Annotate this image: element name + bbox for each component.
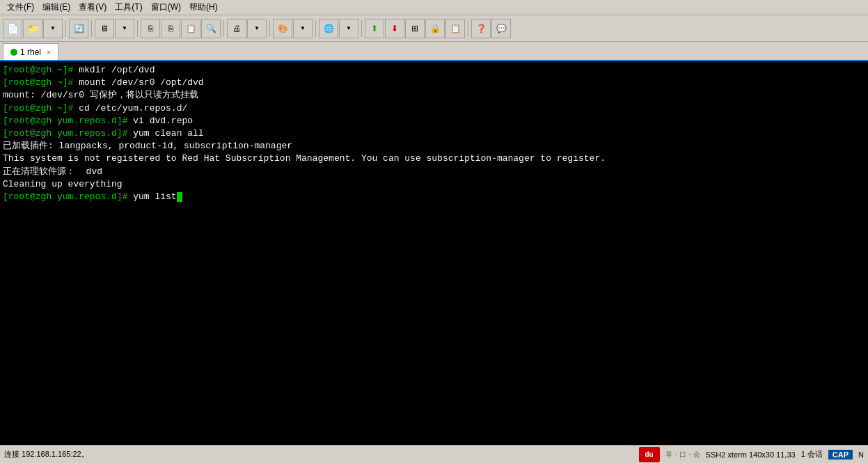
grid-button[interactable]: ⊞ — [405, 19, 425, 38]
chevron-down-icon-5: ▼ — [346, 25, 352, 31]
terminal-line-6: [root@zgh yum.repos.d]# yum clean all — [3, 127, 865, 140]
num-indicator: N — [858, 450, 864, 459]
tabbar: 1 rhel × — [0, 42, 868, 61]
connect-red-button[interactable]: ⬇ — [385, 19, 404, 38]
ssh-info: SSH2 xterm 140x30 11,33 — [706, 450, 796, 459]
print-icon: 🖨 — [232, 24, 241, 33]
du-logo: du — [639, 447, 660, 462]
terminal-line-1: [root@zgh ~]# mkdir /opt/dvd — [3, 64, 865, 77]
globe-icon: 🌐 — [324, 24, 334, 33]
print-button[interactable]: 🖨 — [227, 19, 246, 38]
monitor-button[interactable]: 🖥 — [95, 19, 114, 38]
separator-3 — [137, 20, 138, 37]
separator-1 — [65, 20, 66, 37]
search-icon: 🔍 — [206, 24, 216, 33]
color-dropdown-button[interactable]: ▼ — [293, 19, 313, 38]
terminal-line-11: [root@zgh yum.repos.d]# yum list — [3, 191, 865, 203]
lock-icon: 🔒 — [430, 24, 441, 33]
menubar: 文件(F) 编辑(E) 查看(V) 工具(T) 窗口(W) 帮助(H) — [0, 0, 868, 15]
separator-2 — [91, 20, 92, 37]
separator-4 — [223, 20, 224, 37]
monitor-icon: 🖥 — [100, 24, 109, 33]
terminal-line-7: 已加载插件: langpacks, product-id, subscripti… — [3, 140, 865, 152]
terminal-line-2: [root@zgh ~]# mount /dev/sr0 /opt/dvd — [3, 77, 865, 89]
color-button[interactable]: 🎨 — [273, 19, 292, 38]
print-dropdown-button[interactable]: ▼ — [247, 19, 267, 38]
folder-icon — [27, 23, 39, 34]
prompt-1: [root@zgh ~]# — [3, 65, 73, 75]
separator-5 — [269, 20, 270, 37]
chat-button[interactable]: 💬 — [491, 19, 511, 38]
help-icon: ❓ — [476, 24, 487, 33]
prompt-6: [root@zgh yum.repos.d]# — [3, 191, 127, 202]
terminal-line-3: mount: /dev/sr0 写保护，将以只读方式挂载 — [3, 89, 865, 102]
connect-red-icon: ⬇ — [391, 24, 398, 33]
reconnect-button[interactable]: 🔄 — [69, 19, 88, 38]
reconnect-icon: 🔄 — [74, 24, 84, 33]
tab-label: 1 rhel — [20, 47, 41, 57]
menu-tools[interactable]: 工具(T) — [111, 0, 146, 15]
tab-indicator — [10, 49, 17, 56]
tab-rhel[interactable]: 1 rhel × — [3, 43, 58, 60]
connect-green-icon: ⬆ — [371, 24, 378, 33]
copy2-button[interactable]: ⎘ — [161, 19, 180, 38]
separator-8 — [468, 20, 468, 37]
menu-help[interactable]: 帮助(H) — [185, 0, 222, 15]
connection-status: 连接 192.168.1.165:22。 — [4, 449, 89, 460]
folder-dropdown-button[interactable]: ▼ — [43, 19, 63, 38]
statusbar: 连接 192.168.1.165:22。 du 草・口・会 SSH2 xterm… — [0, 445, 868, 463]
terminal-line-5: [root@zgh yum.repos.d]# vi dvd.repo — [3, 115, 865, 127]
terminal-line-10: Cleaning up everything — [3, 178, 865, 191]
paste-icon: 📋 — [186, 24, 196, 33]
new-button[interactable] — [3, 19, 22, 38]
lock-button[interactable]: 🔒 — [425, 19, 445, 38]
chevron-down-icon-4: ▼ — [300, 25, 306, 31]
copy2-icon: ⎘ — [168, 24, 173, 33]
menu-file[interactable]: 文件(F) — [3, 0, 38, 15]
statusbar-right: du 草・口・会 SSH2 xterm 140x30 11,33 1 会话 CA… — [639, 447, 864, 462]
toolbar: ▼ 🔄 🖥 ▼ ⎘ ⎘ 📋 🔍 🖨 ▼ 🎨 ▼ 🌐 ▼ ⬆ ⬇ ⊞ 🔒 📋 ❓ — [0, 15, 868, 42]
chevron-down-icon: ▼ — [50, 25, 56, 31]
globe-dropdown-button[interactable]: ▼ — [339, 19, 358, 38]
help-button[interactable]: ❓ — [471, 19, 491, 38]
terminal[interactable]: [root@zgh ~]# mkdir /opt/dvd [root@zgh ~… — [0, 61, 868, 445]
paste-button[interactable]: 📋 — [181, 19, 200, 38]
globe-button[interactable]: 🌐 — [319, 19, 338, 38]
tab-close-button[interactable]: × — [47, 48, 51, 56]
watermark: 草・口・会 — [665, 450, 700, 460]
sessions-count: 1 会话 — [801, 449, 823, 460]
chat-icon: 💬 — [496, 24, 507, 33]
sftp-icon: 📋 — [450, 24, 461, 33]
prompt-2: [root@zgh ~]# — [3, 77, 73, 88]
monitor-dropdown-button[interactable]: ▼ — [115, 19, 134, 38]
chevron-down-icon-3: ▼ — [254, 25, 260, 31]
open-folder-button[interactable] — [23, 19, 42, 38]
menu-edit[interactable]: 编辑(E) — [38, 0, 74, 15]
terminal-line-4: [root@zgh ~]# cd /etc/yum.repos.d/ — [3, 102, 865, 115]
color-icon: 🎨 — [278, 24, 288, 33]
statusbar-left: 连接 192.168.1.165:22。 — [4, 449, 89, 460]
sftp-button[interactable]: 📋 — [445, 19, 465, 38]
search-button[interactable]: 🔍 — [201, 19, 221, 38]
new-icon — [7, 23, 19, 34]
prompt-5: [root@zgh yum.repos.d]# — [3, 128, 127, 139]
separator-7 — [361, 20, 362, 37]
terminal-line-8: This system is not registered to Red Hat… — [3, 152, 865, 165]
terminal-line-9: 正在清理软件源： dvd — [3, 166, 865, 178]
prompt-4: [root@zgh yum.repos.d]# — [3, 116, 127, 126]
prompt-3: [root@zgh ~]# — [3, 103, 73, 113]
cap-badge: CAP — [828, 450, 853, 460]
connect-green-button[interactable]: ⬆ — [365, 19, 384, 38]
grid-icon: ⊞ — [411, 24, 418, 33]
copy-icon: ⎘ — [148, 24, 153, 33]
menu-window[interactable]: 窗口(W) — [147, 0, 185, 15]
cursor — [177, 192, 182, 202]
copy-button[interactable]: ⎘ — [141, 19, 160, 38]
chevron-down-icon-2: ▼ — [122, 25, 127, 31]
separator-6 — [315, 20, 316, 37]
menu-view[interactable]: 查看(V) — [74, 0, 111, 15]
